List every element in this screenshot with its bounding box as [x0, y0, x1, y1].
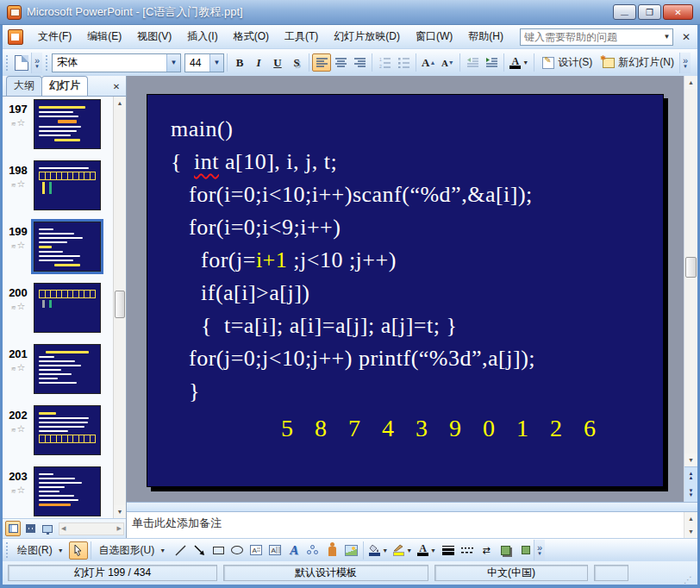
underline-button[interactable]: U: [268, 53, 287, 72]
scroll-right-icon[interactable]: [117, 525, 122, 532]
dash-style-button[interactable]: [458, 541, 477, 560]
text-shadow-button[interactable]: S: [287, 53, 306, 72]
scroll-down-icon[interactable]: [114, 505, 126, 518]
panel-close-icon[interactable]: [109, 79, 123, 93]
scroll-up-icon[interactable]: [684, 76, 697, 89]
scroll-up-icon[interactable]: [114, 97, 126, 109]
chevron-down-icon[interactable]: [430, 547, 436, 554]
scroll-up-icon[interactable]: [684, 512, 697, 525]
slide-thumbnail-200[interactable]: 200: [3, 283, 113, 344]
draw-menu-button[interactable]: 绘图(R): [12, 541, 69, 560]
animation-star-icon[interactable]: [3, 423, 34, 435]
animation-star-icon[interactable]: [3, 485, 34, 496]
line-style-button[interactable]: [439, 541, 458, 560]
new-document-button[interactable]: [12, 53, 31, 72]
bold-button[interactable]: B: [230, 53, 249, 72]
font-name-combo[interactable]: 宋体: [52, 53, 181, 72]
thumbnail-preview[interactable]: [34, 405, 101, 455]
slide-thumbnail-197[interactable]: 197: [3, 99, 113, 160]
tab-slides[interactable]: 幻灯片: [41, 76, 88, 96]
text-box-button[interactable]: A: [247, 541, 266, 560]
help-search-box[interactable]: [520, 28, 673, 46]
toolbar-grip[interactable]: [5, 54, 9, 72]
oval-tool-button[interactable]: [228, 541, 247, 560]
scroll-down-icon[interactable]: [684, 454, 697, 466]
animation-star-icon[interactable]: [3, 240, 34, 251]
chevron-down-icon[interactable]: [661, 33, 672, 41]
decrease-font-size-button[interactable]: A▼: [438, 53, 457, 72]
rectangle-tool-button[interactable]: [209, 541, 228, 560]
close-button[interactable]: [663, 4, 693, 20]
line-color-button[interactable]: [391, 541, 415, 560]
slide-thumbnail-203[interactable]: 203: [3, 466, 113, 518]
thumbnail-preview[interactable]: [34, 160, 101, 210]
fill-color-button[interactable]: [366, 541, 391, 560]
bullet-list-button[interactable]: [394, 53, 413, 72]
next-slide-button[interactable]: [684, 485, 697, 502]
animation-star-icon[interactable]: [3, 117, 34, 128]
slide-thumbnail-199[interactable]: 199: [3, 222, 113, 283]
increase-font-size-button[interactable]: A▲: [419, 53, 438, 72]
clip-art-button[interactable]: [322, 541, 341, 560]
main-scrollbar[interactable]: [684, 76, 697, 502]
notes-splitter[interactable]: [127, 502, 697, 512]
font-color-button[interactable]: A: [415, 541, 439, 560]
chevron-down-icon[interactable]: [522, 59, 528, 66]
toolbar-options-chevron-icon[interactable]: [534, 540, 545, 560]
scroll-left-icon[interactable]: [61, 525, 66, 532]
autoshapes-menu-button[interactable]: 自选图形(U): [94, 541, 172, 560]
menubar-close-icon[interactable]: [678, 31, 694, 43]
menu-item-tools[interactable]: 工具(T): [277, 27, 326, 47]
menu-item-insert[interactable]: 插入(I): [179, 27, 225, 47]
panel-scroll-thumb[interactable]: [115, 291, 125, 318]
arrow-tool-button[interactable]: [190, 541, 209, 560]
tab-outline[interactable]: 大纲: [6, 76, 42, 96]
increase-indent-button[interactable]: [482, 53, 501, 72]
thumbnail-preview[interactable]: [34, 283, 101, 333]
toolbar-options-chevron-icon[interactable]: [679, 53, 691, 73]
numbered-list-button[interactable]: 12: [375, 53, 394, 72]
panel-scrollbar[interactable]: [113, 97, 126, 518]
restore-button[interactable]: [638, 4, 661, 20]
status-language[interactable]: 中文(中国): [434, 565, 588, 581]
previous-slide-button[interactable]: [684, 467, 697, 485]
animation-star-icon[interactable]: [3, 178, 34, 190]
line-tool-button[interactable]: [171, 541, 190, 560]
toolbar-grip[interactable]: [45, 54, 49, 72]
menu-item-window[interactable]: 窗口(W): [408, 27, 460, 47]
menu-item-help[interactable]: 帮助(H): [460, 27, 511, 47]
align-center-button[interactable]: [331, 53, 350, 72]
title-bar[interactable]: Microsoft PowerPoint - [C语言入门教程.ppt]: [0, 0, 700, 25]
3d-style-button[interactable]: [515, 541, 534, 560]
insert-picture-button[interactable]: [341, 541, 360, 560]
thumbnail-preview[interactable]: [34, 222, 101, 272]
vertical-text-box-button[interactable]: A: [266, 541, 284, 560]
toolbar-grip[interactable]: [5, 541, 9, 559]
toolbar-options-chevron-icon[interactable]: [31, 53, 42, 73]
animation-star-icon[interactable]: [3, 301, 34, 312]
align-right-button[interactable]: [350, 53, 369, 72]
notes-scrollbar[interactable]: [684, 512, 697, 538]
panel-scroll-track[interactable]: [114, 109, 126, 505]
slide-code-text[interactable]: main(){ int a[10], i, j, t; for(i=0;i<10…: [147, 95, 663, 408]
font-size-combo[interactable]: 44: [184, 53, 224, 72]
wordart-button[interactable]: A: [284, 541, 303, 560]
scroll-down-icon[interactable]: [684, 525, 697, 538]
select-objects-button[interactable]: [69, 541, 88, 560]
status-design-template[interactable]: 默认设计模板: [223, 565, 428, 581]
chevron-down-icon[interactable]: [406, 547, 412, 554]
chevron-down-icon[interactable]: [209, 54, 223, 72]
main-scroll-thumb[interactable]: [685, 257, 697, 278]
menu-item-slideshow[interactable]: 幻灯片放映(D): [326, 27, 408, 47]
panel-horizontal-scrollbar[interactable]: [59, 522, 124, 535]
slide-thumbnail-198[interactable]: 198: [3, 160, 113, 222]
thumbnail-preview[interactable]: [34, 466, 101, 516]
normal-view-button[interactable]: [5, 521, 21, 536]
chevron-down-icon[interactable]: [166, 54, 180, 72]
italic-button[interactable]: I: [249, 53, 268, 72]
design-button[interactable]: 设计(S): [537, 53, 597, 72]
slide-thumbnail-202[interactable]: 202: [3, 405, 113, 466]
shadow-style-button[interactable]: [496, 541, 515, 560]
thumbnail-preview[interactable]: [34, 344, 101, 394]
minimize-button[interactable]: [613, 4, 636, 20]
